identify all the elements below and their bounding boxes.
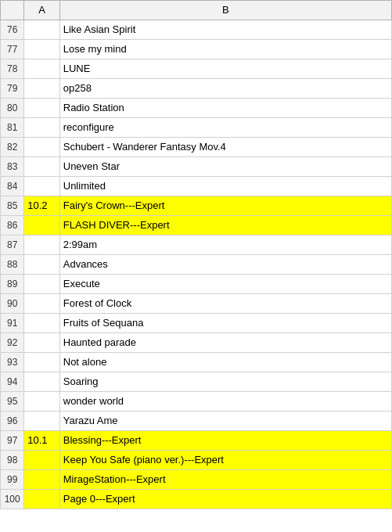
cell-a[interactable] xyxy=(24,294,59,314)
cell-b[interactable]: Advances xyxy=(59,255,391,275)
row-number: 99 xyxy=(1,470,24,490)
cell-b[interactable]: Fruits of Sequana xyxy=(59,314,391,333)
table-row[interactable]: 91Fruits of Sequana xyxy=(1,314,392,333)
cell-a[interactable] xyxy=(24,372,59,392)
cell-b[interactable]: MirageStation---Expert xyxy=(59,470,391,490)
cell-b[interactable]: Radio Station xyxy=(59,99,391,118)
cell-a[interactable] xyxy=(24,412,59,431)
cell-b[interactable]: Blessing---Expert xyxy=(59,431,391,451)
cell-a[interactable] xyxy=(24,314,59,333)
cell-b[interactable]: Like Asian Spirit xyxy=(59,20,391,40)
cell-a[interactable] xyxy=(24,275,59,294)
cell-b[interactable]: reconfigure xyxy=(59,118,391,138)
row-number: 78 xyxy=(1,59,24,79)
table-row[interactable]: 89Execute xyxy=(1,275,392,294)
cell-a[interactable] xyxy=(24,99,59,118)
table-row[interactable]: 76Like Asian Spirit xyxy=(1,20,392,40)
cell-a[interactable] xyxy=(24,451,59,470)
row-number: 96 xyxy=(1,412,24,431)
cell-b[interactable]: LUNE xyxy=(59,59,391,79)
table-row[interactable]: 88Advances xyxy=(1,255,392,275)
cell-b[interactable]: Execute xyxy=(59,275,391,294)
row-number: 98 xyxy=(1,451,24,470)
cell-a[interactable] xyxy=(24,40,59,59)
cell-a[interactable] xyxy=(24,79,59,99)
table-row[interactable]: 84Unlimited xyxy=(1,177,392,196)
table-row[interactable]: 94Soaring xyxy=(1,372,392,392)
cell-a[interactable] xyxy=(24,392,59,412)
cell-b[interactable]: Page 0---Expert xyxy=(59,490,391,509)
cell-b[interactable]: Forest of Clock xyxy=(59,294,391,314)
row-num-header xyxy=(1,1,24,20)
cell-b[interactable]: Haunted parade xyxy=(59,333,391,353)
row-number: 95 xyxy=(1,392,24,412)
table-row[interactable]: 9710.1Blessing---Expert xyxy=(1,431,392,451)
cell-b[interactable]: FLASH DIVER---Expert xyxy=(59,216,391,235)
table-row[interactable]: 78LUNE xyxy=(1,59,392,79)
cell-a[interactable] xyxy=(24,177,59,196)
cell-b[interactable]: Lose my mind xyxy=(59,40,391,59)
table-row[interactable]: 92Haunted parade xyxy=(1,333,392,353)
row-number: 100 xyxy=(1,490,24,509)
table-row[interactable]: 81reconfigure xyxy=(1,118,392,138)
cell-b[interactable]: Fairy's Crown---Expert xyxy=(59,196,391,216)
row-number: 90 xyxy=(1,294,24,314)
row-number: 91 xyxy=(1,314,24,333)
row-number: 85 xyxy=(1,196,24,216)
table-row[interactable]: 95wonder world xyxy=(1,392,392,412)
cell-a[interactable] xyxy=(24,235,59,255)
cell-a[interactable] xyxy=(24,470,59,490)
row-number: 94 xyxy=(1,372,24,392)
row-number: 81 xyxy=(1,118,24,138)
table-row[interactable]: 77Lose my mind xyxy=(1,40,392,59)
row-number: 86 xyxy=(1,216,24,235)
cell-b[interactable]: Schubert - Wanderer Fantasy Mov.4 xyxy=(59,138,391,157)
cell-b[interactable]: Unlimited xyxy=(59,177,391,196)
cell-a[interactable]: 10.1 xyxy=(24,431,59,451)
row-number: 92 xyxy=(1,333,24,353)
table-row[interactable]: 98Keep You Safe (piano ver.)---Expert xyxy=(1,451,392,470)
table-row[interactable]: 80Radio Station xyxy=(1,99,392,118)
cell-a[interactable] xyxy=(24,59,59,79)
table-row[interactable]: 82Schubert - Wanderer Fantasy Mov.4 xyxy=(1,138,392,157)
cell-a[interactable] xyxy=(24,20,59,40)
row-number: 76 xyxy=(1,20,24,40)
cell-a[interactable] xyxy=(24,490,59,509)
cell-b[interactable]: op258 xyxy=(59,79,391,99)
table-row[interactable]: 99MirageStation---Expert xyxy=(1,470,392,490)
cell-b[interactable]: Soaring xyxy=(59,372,391,392)
cell-a[interactable]: 10.2 xyxy=(24,196,59,216)
table-row[interactable]: 872:99am xyxy=(1,235,392,255)
cell-b[interactable]: Yarazu Ame xyxy=(59,412,391,431)
cell-b[interactable]: Not alone xyxy=(59,353,391,372)
cell-a[interactable] xyxy=(24,138,59,157)
table-row[interactable]: 100Page 0---Expert xyxy=(1,490,392,509)
row-number: 87 xyxy=(1,235,24,255)
cell-a[interactable] xyxy=(24,333,59,353)
row-number: 82 xyxy=(1,138,24,157)
col-a-header[interactable]: A xyxy=(24,1,59,20)
table-row[interactable]: 83Uneven Star xyxy=(1,157,392,177)
spreadsheet: A B 76Like Asian Spirit77Lose my mind78L… xyxy=(0,0,392,509)
cell-b[interactable]: Keep You Safe (piano ver.)---Expert xyxy=(59,451,391,470)
table-row[interactable]: 93Not alone xyxy=(1,353,392,372)
table-row[interactable]: 79op258 xyxy=(1,79,392,99)
row-number: 80 xyxy=(1,99,24,118)
cell-b[interactable]: Uneven Star xyxy=(59,157,391,177)
cell-b[interactable]: wonder world xyxy=(59,392,391,412)
row-number: 89 xyxy=(1,275,24,294)
row-number: 79 xyxy=(1,79,24,99)
table-row[interactable]: 96Yarazu Ame xyxy=(1,412,392,431)
row-number: 88 xyxy=(1,255,24,275)
cell-a[interactable] xyxy=(24,216,59,235)
cell-a[interactable] xyxy=(24,255,59,275)
table-row[interactable]: 86FLASH DIVER---Expert xyxy=(1,216,392,235)
row-number: 84 xyxy=(1,177,24,196)
col-b-header[interactable]: B xyxy=(59,1,391,20)
cell-a[interactable] xyxy=(24,157,59,177)
cell-a[interactable] xyxy=(24,353,59,372)
cell-b[interactable]: 2:99am xyxy=(59,235,391,255)
table-row[interactable]: 8510.2Fairy's Crown---Expert xyxy=(1,196,392,216)
cell-a[interactable] xyxy=(24,118,59,138)
table-row[interactable]: 90Forest of Clock xyxy=(1,294,392,314)
